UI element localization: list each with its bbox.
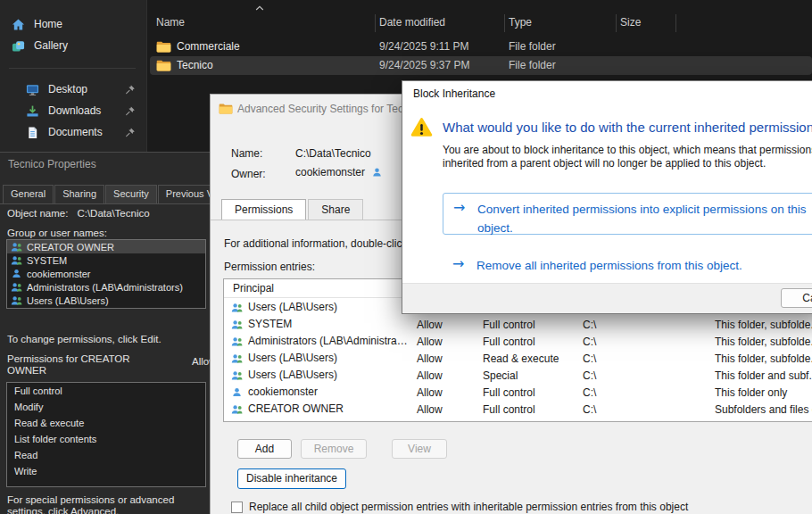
cell-access: Full control: [483, 403, 535, 416]
cell-access: Full control: [483, 336, 535, 348]
sidebar-item-gallery[interactable]: Gallery: [4, 35, 144, 56]
list-item-system[interactable]: SYSTEM: [7, 253, 205, 267]
permission-item-list-folder-contents[interactable]: List folder contents: [7, 431, 205, 447]
file-type: File folder: [509, 59, 556, 71]
properties-tabs: General Sharing Security Previous Versio…: [3, 185, 210, 203]
permissions-list: Full control Modify Read & execute List …: [6, 382, 206, 487]
dialog-footer: Cancel: [402, 283, 812, 313]
table-row[interactable]: SYSTEM Allow Full control C:\ This folde…: [224, 316, 812, 333]
replace-permissions-label: Replace all child object permission entr…: [249, 501, 688, 513]
table-row[interactable]: Users (LAB\Users) Allow Special C:\ This…: [224, 367, 812, 384]
table-row[interactable]: Users (LAB\Users) Allow Read & execute C…: [224, 350, 812, 367]
tab-previous-versions[interactable]: Previous Versions: [158, 185, 210, 203]
group-icon: [231, 336, 243, 346]
group-icon: [11, 295, 22, 305]
sidebar-item-label: Documents: [48, 126, 103, 138]
owner-value-row: cookiemonster: [295, 166, 383, 178]
folder-icon: [156, 40, 171, 53]
tab-permissions[interactable]: Permissions: [221, 199, 306, 220]
convert-permissions-command-link[interactable]: → Convert inherited permissions into exp…: [443, 193, 812, 235]
permission-item-modify[interactable]: Modify: [7, 399, 205, 415]
command-link-label: Convert inherited permissions into expli…: [477, 200, 812, 237]
replace-permissions-row: Replace all child object permission entr…: [231, 501, 688, 513]
list-item-label: cookiemonster: [27, 269, 91, 279]
cell-inherited-from: C:\: [583, 403, 596, 416]
replace-permissions-checkbox[interactable]: [231, 502, 243, 513]
column-divider[interactable]: [504, 14, 505, 32]
sidebar-item-label: Downloads: [48, 104, 101, 117]
table-row[interactable]: CREATOR OWNER Allow Full control C:\ Sub…: [224, 401, 812, 418]
group-icon: [11, 242, 22, 252]
file-date-modified: 9/24/2025 9:11 PM: [379, 40, 469, 53]
advanced-tabs: Permissions Share: [221, 199, 365, 220]
cancel-button[interactable]: Cancel: [781, 288, 812, 308]
edit-permissions-note: To change permissions, click Edit.: [7, 334, 162, 344]
permission-item-read-execute[interactable]: Read & execute: [7, 415, 205, 431]
cell-applies-to: This folder, subfolde...: [715, 352, 812, 365]
folder-icon: [156, 59, 171, 71]
dialog-body-line2: inherited from a parent object will no l…: [443, 157, 766, 170]
sidebar-item-documents[interactable]: Documents: [4, 121, 144, 143]
file-row-commerciale[interactable]: Commerciale 9/24/2025 9:11 PM File folde…: [150, 37, 812, 56]
cell-inherited-from: C:\: [583, 336, 596, 348]
remove-button[interactable]: Remove: [301, 439, 367, 459]
object-name-row: Object name:C:\Data\Tecnico: [7, 208, 150, 219]
remove-permissions-command-link[interactable]: → Remove all inherited permissions from …: [443, 256, 812, 278]
sidebar-item-label: Gallery: [34, 39, 68, 52]
column-divider[interactable]: [616, 14, 617, 32]
cell-type: Allow: [417, 369, 443, 382]
cell-inherited-from: C:\: [583, 369, 596, 382]
cell-applies-to: This folder only: [715, 386, 787, 399]
cell-principal: Users (LAB\Users): [248, 352, 337, 364]
column-header-name[interactable]: Name: [156, 16, 185, 29]
table-row[interactable]: Administrators (LAB\Administrators) Allo…: [224, 333, 812, 350]
permission-item-full-control[interactable]: Full control: [7, 383, 205, 399]
dialog-title: Tecnico Properties: [8, 158, 96, 170]
column-headers: Name Date modified Type Size: [148, 12, 812, 34]
tab-security[interactable]: Security: [105, 185, 157, 203]
sidebar-item-downloads[interactable]: Downloads: [4, 100, 144, 121]
disable-inheritance-button[interactable]: Disable inheritance: [237, 468, 346, 489]
column-header-type[interactable]: Type: [509, 16, 532, 29]
command-link-label: Remove all inherited permissions from th…: [476, 256, 812, 275]
add-button[interactable]: Add: [237, 439, 292, 459]
column-divider[interactable]: [675, 14, 676, 32]
group-icon: [231, 353, 243, 363]
group-icon: [11, 255, 22, 265]
list-item-label: Users (LAB\Users): [27, 295, 109, 306]
view-button[interactable]: View: [392, 439, 447, 459]
column-header-size[interactable]: Size: [620, 16, 641, 29]
file-row-tecnico[interactable]: Tecnico 9/24/2025 9:37 PM File folder: [150, 56, 812, 75]
tab-general[interactable]: General: [3, 185, 54, 203]
object-name-label: Object name:: [7, 208, 68, 219]
column-header-date-modified[interactable]: Date modified: [379, 16, 445, 29]
list-item-creator-owner[interactable]: CREATOR OWNER: [7, 240, 205, 253]
cell-type: Allow: [417, 336, 443, 348]
group-icon: [231, 370, 243, 380]
column-divider[interactable]: [375, 14, 376, 32]
user-icon: [371, 167, 383, 178]
cell-access: Full control: [483, 319, 535, 331]
permissions-for-label: Permissions for CREATOR OWNER: [7, 353, 141, 377]
owner-value: cookiemonster: [295, 166, 365, 178]
list-item-cookiemonster[interactable]: cookiemonster: [7, 267, 205, 280]
permission-item-write[interactable]: Write: [7, 463, 205, 479]
documents-icon: [26, 126, 39, 139]
list-item-users[interactable]: Users (LAB\Users): [7, 294, 205, 307]
sort-ascending-icon: [255, 5, 264, 11]
cell-inherited-from: C:\: [583, 352, 596, 365]
permission-item-read[interactable]: Read: [7, 447, 205, 463]
cell-applies-to: This folder, subfolde...: [715, 319, 812, 331]
owner-label: Owner:: [231, 168, 266, 180]
desktop-icon: [26, 83, 39, 96]
tab-sharing[interactable]: Sharing: [54, 185, 104, 203]
tab-strip-line: [0, 203, 210, 204]
cell-type: Allow: [417, 403, 443, 416]
list-item-administrators[interactable]: Administrators (LAB\Administrators): [7, 280, 205, 294]
sidebar-item-desktop[interactable]: Desktop: [4, 79, 144, 100]
tecnico-properties-dialog: Tecnico Properties General Sharing Secur…: [0, 152, 210, 514]
sidebar-item-home[interactable]: Home: [4, 13, 144, 35]
column-header-principal[interactable]: Principal: [233, 282, 274, 294]
tab-share[interactable]: Share: [308, 199, 363, 220]
table-row[interactable]: cookiemonster Allow Full control C:\ Thi…: [224, 384, 812, 401]
